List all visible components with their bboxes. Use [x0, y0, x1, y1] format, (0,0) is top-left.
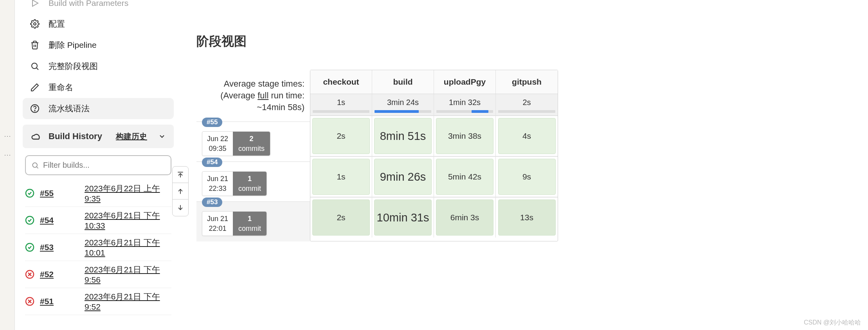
gear-icon	[30, 19, 40, 29]
build-time[interactable]: 2023年6月22日 上午9:35	[85, 183, 171, 203]
help-icon	[30, 103, 40, 114]
build-row[interactable]: #512023年6月21日 下午9:52	[25, 288, 171, 315]
stage-cell[interactable]: 2s	[310, 116, 372, 156]
scroll-controls	[172, 166, 189, 216]
sidebar-item-label: Build with Parameters	[49, 0, 128, 8]
run-card[interactable]: Jun 2209:352commits	[202, 131, 270, 156]
x-circle-icon	[25, 270, 34, 279]
run-commits: 1commit	[233, 212, 267, 236]
svg-point-5	[34, 111, 35, 111]
build-number[interactable]: #52	[40, 270, 63, 279]
check-circle-icon	[25, 243, 34, 252]
stage-cell[interactable]: 6min 3s	[434, 198, 496, 238]
sidebar-item-label: 删除 Pipeline	[49, 40, 97, 51]
filter-builds[interactable]	[25, 155, 171, 175]
ellipsis-icon: ⋯	[4, 150, 11, 159]
left-gutter: ⋯ ⋯	[0, 0, 15, 330]
check-circle-icon	[25, 189, 34, 198]
stage-cell[interactable]: 5min 42s	[434, 157, 496, 197]
svg-line-3	[37, 68, 39, 70]
build-number[interactable]: #53	[40, 243, 63, 252]
run-card[interactable]: Jun 2122:331commit	[202, 171, 267, 196]
build-time[interactable]: 2023年6月21日 下午9:56	[85, 264, 171, 285]
build-number[interactable]: #51	[40, 297, 63, 306]
average-cell: 3min 24s	[372, 94, 434, 115]
progress-bar	[375, 110, 431, 113]
stage-data-row: 1s9min 26s5min 42s9s	[310, 156, 558, 197]
check-circle-icon	[25, 216, 34, 225]
stage-data-row: 2s8min 51s3min 38s4s	[310, 115, 558, 156]
stage-cell[interactable]: 13s	[496, 198, 558, 238]
build-time[interactable]: 2023年6月21日 下午10:01	[85, 237, 171, 257]
progress-bar	[436, 110, 493, 113]
stage-cell[interactable]: 8min 51s	[372, 116, 434, 156]
progress-bar	[313, 110, 369, 113]
stage-cell[interactable]: 9min 26s	[372, 157, 434, 197]
main-content: 阶段视图 Average stage times: (Average full …	[179, 0, 868, 330]
avg-line-1: Average stage times:	[224, 78, 304, 90]
stage-grid: checkoutbuilduploadPgygitpush 1s3min 24s…	[310, 70, 558, 241]
build-history-list: #552023年6月22日 上午9:35#542023年6月21日 下午10:3…	[23, 180, 174, 315]
scroll-top-button[interactable]	[173, 167, 188, 183]
run-badge: #53	[202, 198, 222, 207]
sidebar-item-full-stage-view[interactable]: 完整阶段视图	[23, 56, 174, 77]
run-badge: #55	[202, 118, 222, 127]
stage-left-column: Average stage times: (Average full run t…	[196, 70, 310, 241]
filter-builds-input[interactable]	[43, 161, 165, 170]
svg-line-7	[37, 167, 38, 168]
build-row[interactable]: #532023年6月21日 下午10:01	[25, 234, 171, 261]
play-icon	[30, 0, 40, 8]
sidebar-item-pipeline-syntax[interactable]: 流水线语法	[23, 98, 174, 119]
sidebar-item-rename[interactable]: 重命名	[23, 77, 174, 98]
stage-cell[interactable]: 2s	[310, 198, 372, 238]
build-time[interactable]: 2023年6月21日 下午10:33	[85, 210, 171, 230]
average-cell: 1s	[310, 94, 372, 115]
average-stage-times-label: Average stage times: (Average full run t…	[196, 70, 310, 121]
sidebar-item-configure[interactable]: 配置	[23, 13, 174, 34]
stage-cell[interactable]: 3min 38s	[434, 116, 496, 156]
stage-column-header: build	[372, 70, 434, 94]
stage-cell[interactable]: 10min 31s	[372, 198, 434, 238]
trash-icon	[30, 40, 40, 50]
sidebar-item-label: 流水线语法	[49, 103, 90, 114]
svg-point-2	[32, 63, 37, 69]
svg-point-6	[32, 163, 37, 167]
run-commits: 2commits	[233, 132, 270, 156]
stage-cell[interactable]: 4s	[496, 116, 558, 156]
sidebar-item-build-params[interactable]: Build with Parameters	[23, 0, 174, 13]
build-row[interactable]: #522023年6月21日 下午9:56	[25, 261, 171, 288]
ellipsis-icon: ⋯	[4, 132, 11, 140]
pencil-icon	[30, 82, 40, 92]
build-number[interactable]: #55	[40, 189, 63, 198]
sidebar-item-label: 配置	[49, 18, 65, 29]
run-commits: 1commit	[233, 172, 267, 196]
build-row[interactable]: #542023年6月21日 下午10:33	[25, 207, 171, 234]
stage-cell[interactable]: 1s	[310, 157, 372, 197]
build-history-header[interactable]: Build History 构建历史	[23, 125, 174, 148]
run-card[interactable]: Jun 2122:011commit	[202, 211, 267, 236]
build-number[interactable]: #54	[40, 216, 63, 225]
average-cell: 1min 32s	[434, 94, 496, 115]
sidebar: Build with Parameters 配置 删除 Pipeline 完整阶…	[15, 0, 179, 330]
stage-column-header: gitpush	[496, 70, 558, 94]
sidebar-item-delete[interactable]: 删除 Pipeline	[23, 34, 174, 56]
run-row[interactable]: #53Jun 2122:011commit	[196, 201, 310, 241]
page-title: 阶段视图	[196, 33, 868, 50]
build-history-trend[interactable]: 构建历史	[116, 131, 147, 142]
run-datetime: Jun 2209:35	[202, 132, 233, 156]
run-badge: #54	[202, 158, 222, 167]
run-datetime: Jun 2122:33	[202, 172, 233, 196]
average-cell: 2s	[496, 94, 558, 115]
scroll-down-button[interactable]	[173, 199, 188, 216]
run-row[interactable]: #55Jun 2209:352commits	[196, 121, 310, 161]
build-time[interactable]: 2023年6月21日 下午9:52	[85, 291, 171, 312]
build-row[interactable]: #552023年6月22日 上午9:35	[25, 180, 171, 207]
run-datetime: Jun 2122:01	[202, 212, 233, 236]
stage-cell[interactable]: 9s	[496, 157, 558, 197]
scroll-up-button[interactable]	[173, 183, 188, 199]
search-icon	[31, 161, 39, 169]
svg-marker-0	[32, 0, 38, 6]
search-icon	[30, 61, 40, 71]
x-circle-icon	[25, 297, 34, 306]
run-row[interactable]: #54Jun 2122:331commit	[196, 161, 310, 201]
